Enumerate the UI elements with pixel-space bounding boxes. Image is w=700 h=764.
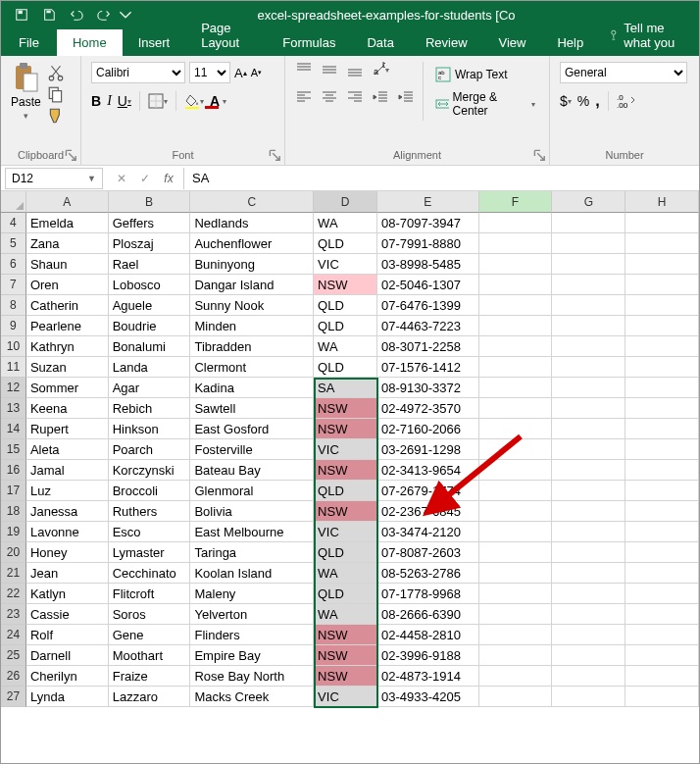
row-header[interactable]: 8	[1, 295, 26, 316]
italic-button[interactable]: I	[107, 93, 112, 109]
cell[interactable]	[625, 542, 699, 563]
cell[interactable]: Tibradden	[190, 336, 314, 357]
cell[interactable]	[552, 542, 625, 563]
cell[interactable]: 08-2666-6390	[377, 604, 479, 625]
cell[interactable]: Janessa	[26, 501, 109, 522]
paste-icon[interactable]	[12, 62, 39, 93]
cell[interactable]: NSW	[314, 625, 377, 645]
row-header[interactable]: 6	[1, 254, 26, 275]
cell[interactable]: SA	[314, 378, 377, 398]
paste-dropdown-icon[interactable]: ▾	[24, 111, 28, 121]
align-center-icon[interactable]	[321, 89, 338, 105]
cell[interactable]	[552, 481, 625, 501]
cell[interactable]: Nedlands	[190, 213, 314, 233]
cell[interactable]: 08-3071-2258	[377, 336, 479, 357]
cell[interactable]: Lobosco	[109, 275, 191, 295]
cell[interactable]: Ruthers	[109, 501, 191, 522]
cell[interactable]: 02-7160-2066	[377, 419, 479, 439]
cell[interactable]	[625, 275, 699, 295]
cell[interactable]	[552, 522, 625, 542]
cell[interactable]: Rael	[109, 254, 191, 275]
cell[interactable]	[479, 439, 553, 460]
cell[interactable]	[479, 584, 553, 604]
alignment-launcher-icon[interactable]	[533, 149, 547, 163]
cell[interactable]: Cassie	[26, 604, 109, 625]
cell[interactable]	[625, 563, 699, 584]
cell[interactable]	[479, 316, 553, 336]
cell[interactable]	[552, 501, 625, 522]
cell[interactable]: QLD	[314, 542, 377, 563]
tab-home[interactable]: Home	[57, 29, 123, 56]
cell[interactable]	[479, 666, 553, 687]
cell[interactable]	[479, 233, 553, 254]
comma-format-icon[interactable]: ,	[595, 92, 599, 110]
cell[interactable]: Gene	[109, 625, 191, 645]
paste-button[interactable]: Paste	[11, 95, 41, 109]
cell[interactable]: Luz	[26, 481, 109, 501]
align-right-icon[interactable]	[346, 89, 364, 105]
cell[interactable]: Suzan	[26, 357, 109, 378]
font-launcher-icon[interactable]	[269, 149, 282, 163]
cell[interactable]: 07-4463-7223	[377, 316, 479, 336]
cell[interactable]: Flinders	[190, 625, 314, 645]
cell[interactable]	[552, 254, 625, 275]
cell[interactable]: Kadina	[190, 378, 314, 398]
cell[interactable]	[625, 687, 699, 707]
spreadsheet-grid[interactable]: A B C D E F G H 4EmeldaGeffersNedlandsWA…	[1, 191, 699, 707]
cell[interactable]: Lynda	[26, 687, 109, 707]
fill-color-icon[interactable]: ▾	[184, 93, 204, 109]
col-header-c[interactable]: C	[190, 191, 314, 213]
cell[interactable]	[552, 419, 625, 439]
cell[interactable]: Jamal	[26, 460, 109, 481]
cell[interactable]: 07-7991-8880	[377, 233, 479, 254]
cell[interactable]: Pearlene	[26, 316, 109, 336]
row-header[interactable]: 16	[1, 460, 26, 481]
cell[interactable]	[479, 604, 553, 625]
cell[interactable]: Lavonne	[26, 522, 109, 542]
increase-indent-icon[interactable]	[397, 89, 415, 105]
cell[interactable]	[625, 295, 699, 316]
cell[interactable]	[625, 254, 699, 275]
col-header-b[interactable]: B	[109, 191, 191, 213]
qat-customize-icon[interactable]	[119, 3, 132, 26]
cell[interactable]: VIC	[314, 687, 377, 707]
cell[interactable]: Rolf	[26, 625, 109, 645]
col-header-g[interactable]: G	[552, 191, 625, 213]
row-header[interactable]: 9	[1, 316, 26, 336]
cell[interactable]: Korczynski	[109, 460, 191, 481]
cell[interactable]	[479, 419, 553, 439]
cell[interactable]: QLD	[314, 233, 377, 254]
cell[interactable]	[479, 460, 553, 481]
row-header[interactable]: 18	[1, 501, 26, 522]
tab-review[interactable]: Review	[410, 29, 483, 56]
row-header[interactable]: 15	[1, 439, 26, 460]
row-header[interactable]: 4	[1, 213, 26, 233]
align-top-icon[interactable]	[295, 62, 313, 77]
cell[interactable]: NSW	[314, 398, 377, 419]
cell[interactable]	[552, 584, 625, 604]
cell[interactable]	[479, 295, 553, 316]
cell[interactable]	[552, 687, 625, 707]
cell[interactable]: Hinkson	[109, 419, 191, 439]
cell[interactable]	[479, 481, 553, 501]
cell[interactable]: NSW	[314, 501, 377, 522]
row-header[interactable]: 5	[1, 233, 26, 254]
cell[interactable]: NSW	[314, 460, 377, 481]
tab-page-layout[interactable]: Page Layout	[185, 15, 267, 56]
cell[interactable]: Sawtell	[190, 398, 314, 419]
merge-center-button[interactable]: Merge & Center▾	[431, 93, 539, 115]
align-left-icon[interactable]	[295, 89, 313, 105]
decrease-font-icon[interactable]: A▾	[251, 67, 262, 78]
cell[interactable]	[479, 275, 553, 295]
cell[interactable]	[552, 233, 625, 254]
cell[interactable]	[625, 666, 699, 687]
cell[interactable]	[625, 501, 699, 522]
formula-input[interactable]	[183, 168, 699, 189]
align-bottom-icon[interactable]	[346, 62, 364, 77]
cell[interactable]: Rebich	[109, 398, 191, 419]
cell[interactable]: Rose Bay North	[190, 666, 314, 687]
cell[interactable]: Agar	[109, 378, 191, 398]
row-header[interactable]: 21	[1, 563, 26, 584]
cell[interactable]: Broccoli	[109, 481, 191, 501]
cell[interactable]: 02-2367-6845	[377, 501, 479, 522]
